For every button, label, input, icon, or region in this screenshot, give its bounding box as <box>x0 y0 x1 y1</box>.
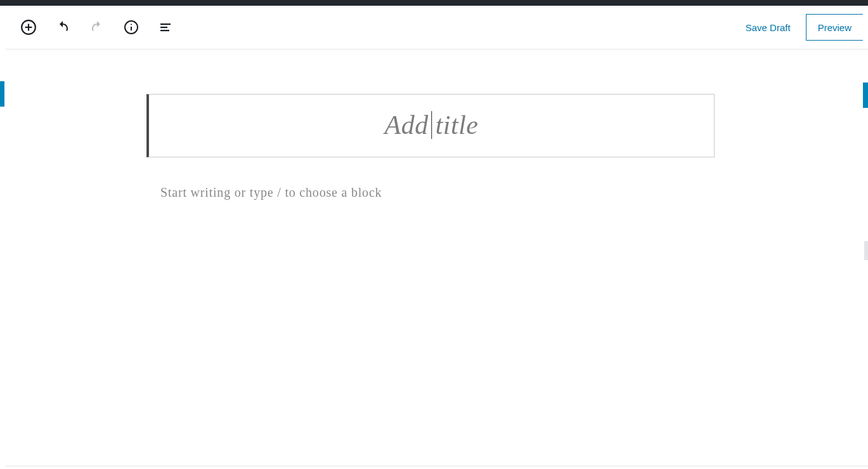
svg-rect-8 <box>160 30 169 31</box>
redo-icon <box>89 20 105 35</box>
post-title-block[interactable]: Add title <box>146 94 715 157</box>
text-cursor <box>431 111 432 139</box>
info-icon <box>124 20 139 35</box>
right-edge-divider <box>864 241 868 260</box>
editor-frame: Save Draft Preview Add title Start writi… <box>6 6 868 466</box>
toolbar-right-group: Save Draft Preview <box>743 14 863 41</box>
right-edge-accent <box>863 83 868 108</box>
outline-icon <box>158 20 173 35</box>
editor-toolbar: Save Draft Preview <box>6 6 868 50</box>
add-block-button[interactable] <box>17 16 40 39</box>
plus-circle-icon <box>20 19 37 36</box>
content-zone: Add title Start writing or type / to cho… <box>139 94 722 200</box>
svg-point-5 <box>131 24 132 25</box>
post-title-inner: Add title <box>160 110 703 140</box>
svg-rect-7 <box>160 27 167 28</box>
undo-button[interactable] <box>51 16 74 39</box>
outline-button[interactable] <box>154 16 177 39</box>
svg-rect-6 <box>160 23 171 25</box>
toolbar-left-group <box>17 16 177 39</box>
undo-icon <box>55 20 70 35</box>
redo-button[interactable] <box>86 16 108 39</box>
content-info-button[interactable] <box>120 16 143 39</box>
top-dark-strip <box>0 0 868 6</box>
save-draft-button[interactable]: Save Draft <box>743 17 793 38</box>
editor-canvas-scroll[interactable]: Add title Start writing or type / to cho… <box>6 50 868 466</box>
left-edge-accent <box>0 81 4 107</box>
preview-button[interactable]: Preview <box>806 14 863 41</box>
editor-canvas-wrap: Add title Start writing or type / to cho… <box>6 50 868 466</box>
scroll-spacer <box>6 200 868 466</box>
post-body-placeholder[interactable]: Start writing or type / to choose a bloc… <box>146 185 715 200</box>
